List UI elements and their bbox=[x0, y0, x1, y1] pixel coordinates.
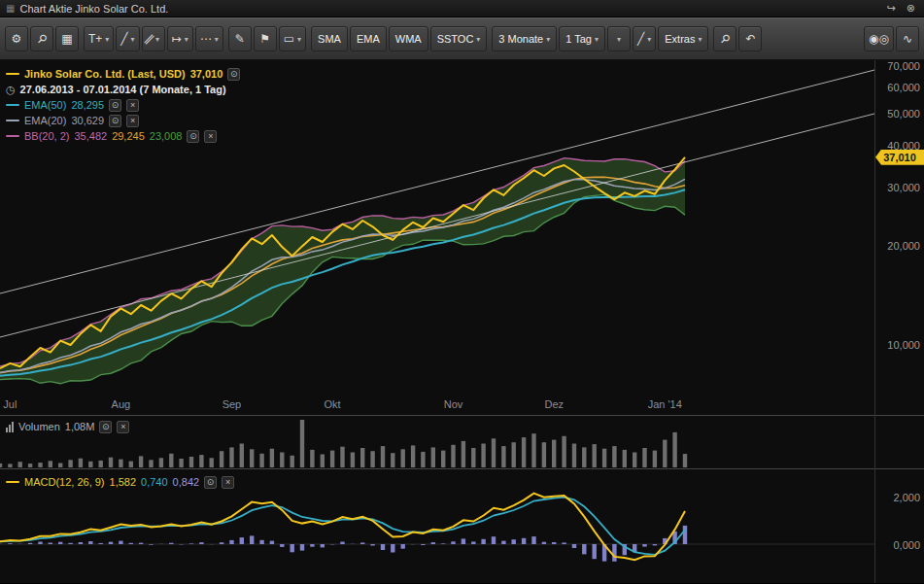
macd-histogram-bar bbox=[199, 542, 203, 544]
ema-button[interactable]: EMA bbox=[350, 26, 387, 52]
macd-histogram-bar bbox=[481, 539, 485, 544]
chart-settings-button[interactable]: ⚙ bbox=[5, 26, 28, 52]
macd-histogram-bar bbox=[512, 539, 516, 544]
chart-style-button[interactable]: ▾ bbox=[607, 26, 631, 52]
scale-select-button[interactable]: ╱▾ bbox=[633, 26, 656, 52]
bb-upper-value: 35,482 bbox=[74, 130, 107, 142]
extras-button[interactable]: Extras▾ bbox=[658, 26, 708, 52]
volume-bar bbox=[109, 458, 113, 467]
volume-visibility-toggle[interactable]: ⊙ bbox=[99, 421, 112, 433]
shape-tool-button[interactable]: ▭▾ bbox=[279, 26, 306, 52]
bb-mid-value: 29,245 bbox=[112, 130, 145, 142]
zoom-tool-button[interactable]: ⚲ bbox=[30, 26, 53, 52]
range-select-label: 3 Monate bbox=[498, 33, 543, 45]
ema50-remove-button[interactable]: × bbox=[126, 99, 139, 112]
freehand-tool-button[interactable]: ✎ bbox=[228, 26, 252, 52]
legend-period-row: ◷ 27.06.2013 - 07.01.2014 (7 Monate, 1 T… bbox=[6, 82, 240, 97]
volume-legend: Volumen 1,08M ⊙ × bbox=[6, 419, 129, 434]
volume-bar bbox=[149, 460, 153, 467]
macd-histogram-bar bbox=[572, 544, 576, 548]
volume-bar bbox=[562, 436, 565, 467]
ema50-visibility-toggle[interactable]: ⊙ bbox=[109, 99, 121, 112]
macd-histogram-bar bbox=[492, 536, 496, 544]
chart-settings-icon: ⚙ bbox=[12, 32, 22, 46]
bb-visibility-toggle[interactable]: ⊙ bbox=[187, 130, 199, 143]
macd-axis-tick: 2,000 bbox=[893, 492, 920, 503]
levels-tool-button[interactable]: ⋯▾ bbox=[195, 26, 223, 52]
channel-tool-icon: ∥ bbox=[143, 32, 156, 46]
zoom-in-button[interactable]: ⚲ bbox=[713, 26, 736, 52]
macd-histogram-bar bbox=[531, 536, 535, 544]
volume-bar bbox=[531, 433, 535, 467]
channel-tool-button[interactable]: ∥▾ bbox=[142, 26, 165, 52]
macd-remove-button[interactable]: × bbox=[222, 476, 234, 489]
sstoc-button[interactable]: SSTOC▾ bbox=[430, 26, 488, 52]
titlebar[interactable]: ▦ Chart Aktie Jinko Solar Co. Ltd. ↪ ⊗ bbox=[0, 0, 924, 17]
retracement-tool-button[interactable]: ↦▾ bbox=[167, 26, 193, 52]
volume-bar bbox=[270, 449, 274, 467]
ema20-value: 30,629 bbox=[71, 115, 104, 126]
volume-bar bbox=[8, 464, 12, 467]
ema20-visibility-toggle[interactable]: ⊙ bbox=[109, 115, 121, 127]
volume-bar bbox=[159, 458, 163, 467]
undo-button[interactable]: ↶ bbox=[738, 26, 762, 52]
macd-visibility-toggle[interactable]: ⊙ bbox=[204, 476, 217, 489]
instrument-last-value: 37,010 bbox=[190, 68, 223, 80]
macd-histogram-bar bbox=[79, 542, 83, 544]
macd-histogram-bar bbox=[38, 542, 42, 545]
x-axis-month-label: Nov bbox=[444, 398, 463, 410]
sma-button[interactable]: SMA bbox=[311, 26, 348, 52]
volume-remove-button[interactable]: × bbox=[117, 421, 129, 433]
volume-bar bbox=[68, 460, 72, 467]
volume-panel: Volumen 1,08M ⊙ × bbox=[0, 415, 924, 468]
layout-grid-button[interactable]: ▦ bbox=[55, 26, 79, 52]
macd-histogram-bar bbox=[401, 544, 405, 549]
flag-tool-button[interactable]: ⚑ bbox=[254, 26, 277, 52]
macd-histogram-bar bbox=[149, 544, 153, 545]
macd-histogram-bar bbox=[562, 542, 565, 544]
macd-histogram-bar bbox=[8, 543, 12, 544]
bb-lower-value: 23,008 bbox=[150, 130, 183, 142]
price-legend: Jinko Solar Co. Ltd. (Last, USD) 37,010 … bbox=[6, 66, 240, 144]
macd-histogram-bar bbox=[653, 544, 657, 545]
volume-bar bbox=[38, 463, 42, 467]
toolbar-group-zoom: ⚲↶ bbox=[713, 26, 762, 52]
retracement-tool-icon: ↦ bbox=[172, 32, 182, 46]
price-series-swatch bbox=[6, 73, 19, 75]
close-window-icon[interactable]: ⊗ bbox=[904, 2, 918, 15]
interval-select-button[interactable]: 1 Tag▾ bbox=[559, 26, 605, 52]
bb-remove-button[interactable]: × bbox=[204, 130, 217, 143]
mini-chart-button[interactable]: ∿ bbox=[896, 26, 919, 52]
wma-button[interactable]: WMA bbox=[389, 26, 428, 52]
volume-bar bbox=[381, 446, 385, 467]
volume-bar bbox=[119, 460, 122, 467]
volume-chart[interactable] bbox=[0, 416, 924, 468]
undo-icon: ↶ bbox=[745, 32, 755, 46]
chevron-down-icon: ▾ bbox=[105, 35, 109, 44]
ema20-remove-button[interactable]: × bbox=[126, 115, 139, 127]
flag-tool-icon: ⚑ bbox=[259, 32, 270, 46]
toolbar-group-window-tools: ◉◎∿ bbox=[864, 26, 919, 52]
detach-window-icon[interactable]: ↪ bbox=[884, 2, 899, 15]
macd-histogram-bar bbox=[370, 544, 374, 546]
macd-histogram-bar bbox=[220, 542, 223, 544]
trendline-tool-button[interactable]: ╱▾ bbox=[116, 26, 139, 52]
macd-histogram-bar bbox=[391, 544, 394, 553]
macd-histogram-bar bbox=[542, 542, 546, 544]
text-tool-icon: T+ bbox=[88, 32, 102, 46]
macd-histogram-bar bbox=[229, 540, 233, 544]
volume-bar bbox=[501, 446, 505, 467]
toolbar-group-period: 3 Monate▾1 Tag▾▾╱▾Extras▾ bbox=[492, 26, 708, 52]
macd-histogram-bar bbox=[129, 543, 133, 544]
chevron-down-icon: ▾ bbox=[595, 35, 599, 44]
chevron-down-icon: ▾ bbox=[185, 35, 188, 44]
volume-bars-icon bbox=[6, 422, 14, 432]
volume-bar bbox=[451, 445, 455, 467]
price-visibility-toggle[interactable]: ⊙ bbox=[227, 68, 240, 81]
trendline[interactable] bbox=[0, 114, 874, 337]
range-select-button[interactable]: 3 Monate▾ bbox=[492, 26, 557, 52]
volume-bar bbox=[28, 464, 32, 467]
compare-button[interactable]: ◉◎ bbox=[864, 26, 894, 52]
text-tool-button[interactable]: T+▾ bbox=[84, 26, 114, 52]
legend-ema50-row: EMA(50) 28,295 ⊙ × bbox=[6, 97, 240, 113]
